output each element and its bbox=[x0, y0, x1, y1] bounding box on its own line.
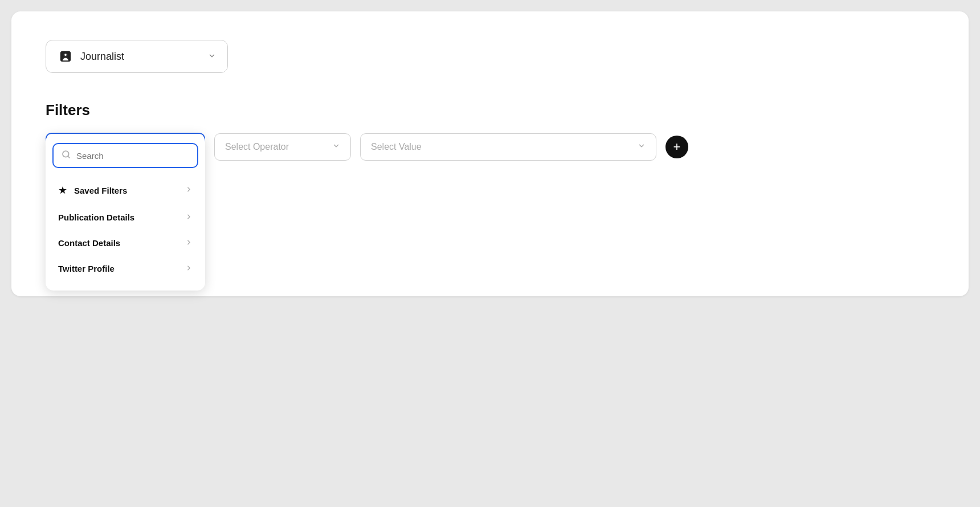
person-icon bbox=[58, 48, 74, 64]
filters-title: Filters bbox=[46, 101, 934, 119]
menu-item-twitter-profile[interactable]: Twitter Profile bbox=[52, 256, 198, 281]
select-value-dropdown[interactable]: Select Value bbox=[360, 133, 656, 161]
publication-details-label: Publication Details bbox=[58, 212, 134, 222]
main-card: Journalist Filters Select Filter Select … bbox=[11, 11, 969, 296]
search-box[interactable] bbox=[52, 143, 198, 168]
twitter-profile-label: Twitter Profile bbox=[58, 264, 115, 273]
filter-dropdown-panel: ★ Saved Filters Publication Details bbox=[46, 134, 205, 291]
journalist-label: Journalist bbox=[80, 51, 201, 63]
chevron-right-icon bbox=[185, 186, 193, 195]
select-operator-label: Select Operator bbox=[225, 142, 289, 152]
menu-item-publication-details[interactable]: Publication Details bbox=[52, 205, 198, 230]
svg-point-1 bbox=[64, 54, 67, 57]
menu-item-contact-details[interactable]: Contact Details bbox=[52, 230, 198, 256]
svg-line-3 bbox=[68, 156, 70, 158]
menu-item-saved-filters[interactable]: ★ Saved Filters bbox=[52, 176, 198, 205]
add-filter-button[interactable]: + bbox=[665, 136, 688, 158]
journalist-selector[interactable]: Journalist bbox=[46, 40, 228, 73]
chevron-down-icon bbox=[332, 142, 340, 152]
select-operator-dropdown[interactable]: Select Operator bbox=[214, 133, 351, 161]
plus-icon: + bbox=[673, 141, 681, 153]
saved-filters-label: Saved Filters bbox=[74, 186, 127, 195]
chevron-down-icon bbox=[638, 142, 646, 152]
search-icon bbox=[62, 150, 71, 161]
search-input[interactable] bbox=[76, 151, 189, 161]
select-value-label: Select Value bbox=[371, 142, 422, 152]
chevron-right-icon bbox=[185, 239, 193, 248]
star-icon: ★ bbox=[58, 184, 67, 197]
chevron-right-icon bbox=[185, 264, 193, 273]
chevron-right-icon bbox=[185, 213, 193, 222]
chevron-down-icon bbox=[208, 52, 216, 62]
contact-details-label: Contact Details bbox=[58, 238, 120, 248]
